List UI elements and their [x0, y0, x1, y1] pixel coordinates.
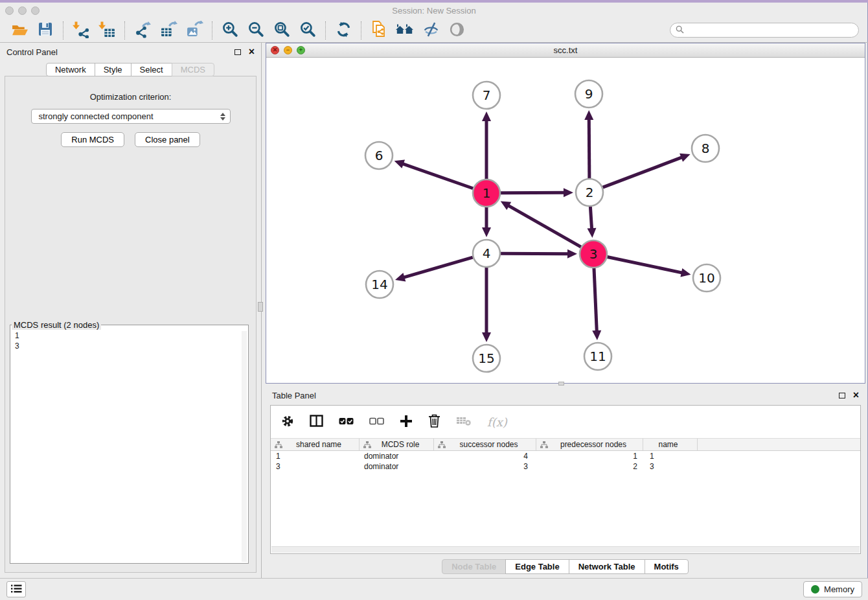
task-history-button[interactable]	[6, 581, 26, 597]
home-button[interactable]	[392, 20, 418, 41]
search-input[interactable]	[688, 25, 853, 35]
run-mcds-button[interactable]: Run MCDS	[61, 132, 124, 147]
float-table-panel-icon[interactable]	[839, 393, 845, 398]
graph-edge-1-2[interactable]	[501, 192, 565, 193]
network-minimize-icon[interactable]: −	[284, 46, 292, 54]
column-header-shared-name[interactable]: shared name	[271, 439, 360, 450]
table-header-row: shared name MCDS role successor nodes pr…	[271, 438, 860, 451]
close-panel-button[interactable]: Close panel	[135, 132, 200, 147]
cell-shared-name[interactable]: 3	[271, 462, 360, 471]
cell-shared-name[interactable]: 1	[271, 452, 360, 461]
network-canvas[interactable]: 7968124314101511	[266, 58, 865, 383]
graph-edge-arrowhead	[482, 332, 491, 342]
horizontal-splitter-handle[interactable]	[558, 382, 564, 386]
graph-edge-arrowhead	[482, 227, 491, 237]
toolbar-separator	[63, 21, 63, 40]
refresh-layout-icon	[335, 21, 352, 40]
graph-edge-2-8[interactable]	[603, 157, 683, 187]
gear-icon[interactable]	[281, 415, 294, 430]
graph-edge-arrowhead	[564, 188, 573, 197]
cell-successor-nodes[interactable]: 4	[434, 452, 536, 461]
graph-node-label: 15	[478, 351, 494, 366]
select-all-checkboxes-icon[interactable]	[339, 417, 354, 427]
toolbar-separator	[212, 21, 212, 40]
cell-predecessor-nodes[interactable]: 2	[536, 462, 643, 471]
split-columns-icon[interactable]	[310, 415, 323, 429]
result-scrollbar[interactable]	[242, 331, 247, 562]
search-field[interactable]	[670, 23, 859, 38]
import-network-icon	[73, 21, 90, 40]
column-header-predecessor-nodes[interactable]: predecessor nodes	[536, 439, 643, 450]
tab-edge-table[interactable]: Edge Table	[505, 559, 569, 574]
network-maximize-icon[interactable]: +	[297, 46, 305, 54]
zoom-out-icon	[247, 21, 265, 40]
column-header-name[interactable]: name	[643, 439, 698, 450]
clone-network-icon	[370, 20, 388, 40]
export-network-button[interactable]	[130, 20, 155, 41]
graph-edge-arrowhead	[680, 268, 691, 277]
hide-panel-button[interactable]	[418, 20, 444, 41]
graph-edge-2-3[interactable]	[590, 207, 591, 230]
vertical-splitter-handle[interactable]	[258, 302, 263, 312]
graph-edge-2-9[interactable]	[589, 118, 589, 178]
zoom-fit-button[interactable]	[269, 20, 295, 41]
refresh-layout-button[interactable]	[330, 20, 356, 41]
export-table-button[interactable]	[155, 20, 181, 41]
graph-edge-arrowhead	[592, 330, 601, 340]
graph-edge-3-10[interactable]	[608, 257, 683, 273]
cell-mcds-role[interactable]: dominator	[360, 452, 434, 461]
add-column-icon[interactable]	[400, 415, 413, 430]
control-panel-header: Control Panel ×	[0, 43, 261, 61]
graph-edge-3-1[interactable]	[507, 205, 581, 247]
memory-button[interactable]: Memory	[803, 581, 862, 597]
zoom-selected-button[interactable]	[295, 20, 321, 41]
clone-network-button[interactable]	[366, 20, 392, 41]
table-panel: Table Panel × f(x) shared name MCDS role	[266, 386, 865, 578]
table-horizontal-scrollbar[interactable]	[271, 546, 860, 553]
table-row[interactable]: 3 dominator 3 2 3	[271, 461, 860, 472]
tab-select[interactable]: Select	[131, 63, 172, 76]
table-row[interactable]: 1 dominator 4 1 1	[271, 451, 860, 461]
attribute-icon	[540, 441, 548, 448]
graph-edge-arrowhead	[584, 110, 593, 120]
tab-style[interactable]: Style	[95, 63, 131, 76]
graph-edge-1-6[interactable]	[402, 163, 473, 189]
float-panel-icon[interactable]	[234, 49, 241, 55]
zoom-in-icon	[222, 21, 239, 40]
attribute-icon	[363, 441, 371, 448]
network-close-icon[interactable]: ✕	[271, 46, 279, 54]
table-panel-header: Table Panel ×	[266, 386, 865, 404]
open-session-button[interactable]	[6, 20, 32, 41]
eye-button[interactable]	[444, 20, 470, 41]
tab-network[interactable]: Network	[46, 63, 95, 76]
column-header-successor-nodes[interactable]: successor nodes	[434, 439, 536, 450]
tab-node-table[interactable]: Node Table	[442, 559, 506, 574]
cell-successor-nodes[interactable]: 3	[434, 462, 536, 471]
eye-icon	[448, 21, 466, 40]
export-image-button[interactable]	[181, 20, 207, 41]
zoom-out-button[interactable]	[243, 20, 269, 41]
column-header-mcds-role[interactable]: MCDS role	[360, 439, 434, 450]
graph-edge-3-11[interactable]	[594, 268, 597, 332]
tab-motifs[interactable]: Motifs	[645, 559, 689, 574]
network-window-titlebar[interactable]: ✕ − + scc.txt	[266, 43, 865, 58]
import-network-button[interactable]	[68, 20, 94, 41]
tab-mcds[interactable]: MCDS	[172, 63, 214, 76]
graph-edge-4-14[interactable]	[403, 257, 473, 278]
close-panel-icon[interactable]: ×	[249, 47, 255, 57]
close-table-panel-icon[interactable]: ×	[853, 390, 859, 400]
cell-name[interactable]: 1	[643, 452, 698, 461]
attribute-icon	[275, 441, 282, 448]
tab-network-table[interactable]: Network Table	[569, 559, 645, 574]
delete-column-icon[interactable]	[428, 414, 440, 430]
cell-name[interactable]: 3	[643, 462, 698, 471]
import-table-button[interactable]	[94, 20, 120, 41]
graph-edge-4-3[interactable]	[501, 253, 569, 254]
clear-checkboxes-icon[interactable]	[369, 417, 384, 427]
graph-node-label: 8	[702, 141, 710, 156]
criterion-select[interactable]: strongly connected component	[31, 109, 231, 124]
cell-mcds-role[interactable]: dominator	[360, 462, 434, 471]
save-session-button[interactable]	[32, 20, 58, 41]
zoom-in-button[interactable]	[217, 20, 243, 41]
cell-predecessor-nodes[interactable]: 1	[536, 452, 643, 461]
